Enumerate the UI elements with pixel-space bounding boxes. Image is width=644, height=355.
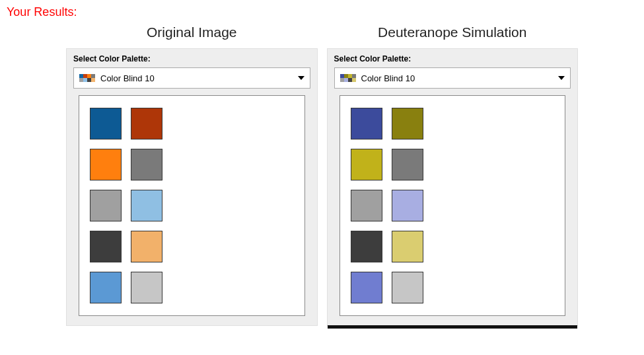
color-swatch[interactable] <box>131 272 162 303</box>
color-swatch[interactable] <box>131 231 162 262</box>
deuteranope-panel: Select Color Palette: Color Blind 10 <box>327 48 579 326</box>
deuteranope-swatch-area <box>340 95 566 316</box>
color-swatch[interactable] <box>392 108 423 139</box>
original-palette-dropdown[interactable]: Color Blind 10 <box>73 67 310 89</box>
original-image-panel-wrap: Original Image Select Color Palette: Col… <box>66 24 318 326</box>
color-swatch[interactable] <box>392 272 423 303</box>
original-select-label: Select Color Palette: <box>73 54 310 63</box>
deuteranope-dropdown-value: Color Blind 10 <box>361 73 559 83</box>
deuteranope-dropdown-swatch-preview <box>340 74 356 82</box>
chevron-down-icon <box>298 76 304 80</box>
color-swatch[interactable] <box>131 108 162 139</box>
color-swatch[interactable] <box>392 231 423 262</box>
original-swatch-grid <box>90 108 294 303</box>
color-swatch[interactable] <box>90 190 122 221</box>
color-swatch[interactable] <box>351 149 382 180</box>
color-swatch[interactable] <box>351 231 382 262</box>
original-image-title: Original Image <box>66 24 318 40</box>
deuteranope-select-label: Select Color Palette: <box>334 54 571 63</box>
color-swatch[interactable] <box>90 149 122 180</box>
color-swatch[interactable] <box>90 272 122 303</box>
color-swatch[interactable] <box>392 190 423 221</box>
original-dropdown-value: Color Blind 10 <box>100 73 298 83</box>
color-swatch[interactable] <box>351 108 382 139</box>
original-image-panel: Select Color Palette: Color Blind 10 <box>66 48 318 326</box>
deuteranope-swatch-grid <box>351 108 555 303</box>
chevron-down-icon <box>558 76 565 80</box>
color-swatch[interactable] <box>392 149 423 180</box>
color-swatch[interactable] <box>90 108 122 139</box>
results-heading: Your Results: <box>0 0 644 24</box>
deuteranope-palette-dropdown[interactable]: Color Blind 10 <box>334 67 571 89</box>
original-dropdown-swatch-preview <box>79 74 95 82</box>
deuteranope-title: Deuteranope Simulation <box>327 24 579 40</box>
color-swatch[interactable] <box>90 231 122 262</box>
color-swatch[interactable] <box>351 272 382 303</box>
color-swatch[interactable] <box>131 190 162 221</box>
original-swatch-area <box>79 95 305 316</box>
mini-swatch <box>352 78 356 82</box>
color-swatch[interactable] <box>131 149 162 180</box>
color-swatch[interactable] <box>351 190 382 221</box>
mini-swatch <box>91 78 95 82</box>
deuteranope-panel-wrap: Deuteranope Simulation Select Color Pale… <box>327 24 579 326</box>
